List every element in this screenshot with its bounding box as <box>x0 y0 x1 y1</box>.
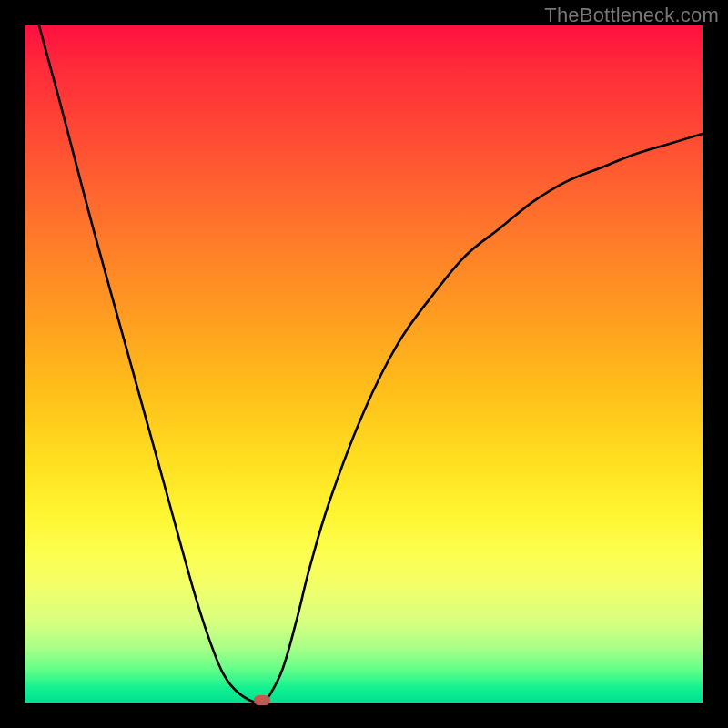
watermark-text: TheBottleneck.com <box>544 4 719 27</box>
minimum-dot <box>254 695 270 705</box>
chart-frame: TheBottleneck.com <box>0 0 728 728</box>
bottleneck-curve <box>39 25 703 703</box>
plot-area <box>25 25 703 703</box>
curve-svg <box>25 25 703 703</box>
